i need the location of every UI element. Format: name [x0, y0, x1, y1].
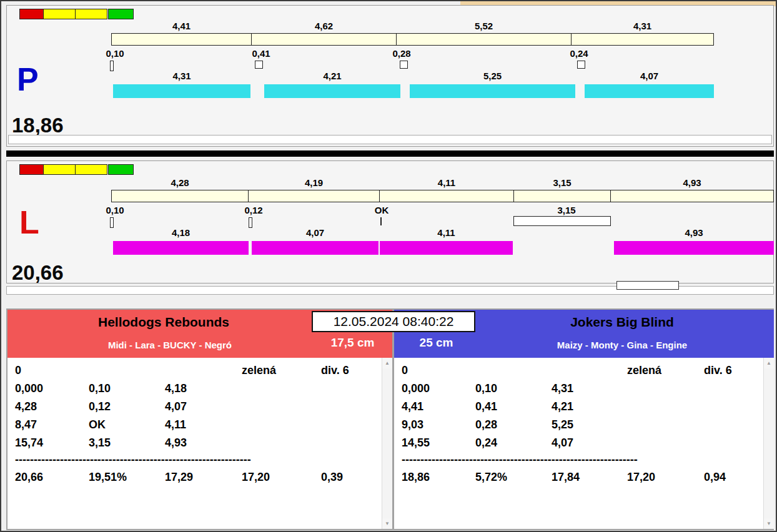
- lane-segment: 5,52: [396, 33, 572, 46]
- table-row: 14,55 0,24 4,07: [394, 434, 763, 452]
- lane-segment: 4,93: [610, 190, 774, 202]
- yellow-light-2: [75, 9, 107, 19]
- team-left-members: Midi - Lara - BUCKY - Negró: [7, 340, 332, 350]
- table-cell: 4,21: [552, 398, 627, 416]
- table-cell: 0: [15, 362, 89, 380]
- green-light: [108, 9, 134, 19]
- app-window: 4,41 4,62 5,52 4,31 0,10 0,41 0,28 0,24 …: [0, 0, 777, 532]
- table-cell: 0,10: [475, 380, 552, 398]
- table-cell: 0,39: [321, 468, 381, 487]
- scroll-up-button[interactable]: ▲: [764, 358, 774, 368]
- split-marker: [110, 217, 114, 228]
- run-time: 4,93: [614, 227, 774, 238]
- segment-time: 4,62: [252, 21, 396, 31]
- table-separator: ----------------------------------------…: [7, 452, 252, 468]
- run-time-bar: 4,18: [113, 241, 249, 255]
- totals-row: 20,66 19,51% 17,29 17,20 0,39: [7, 468, 381, 487]
- split-marker: [255, 61, 263, 69]
- table-cell: 5,72%: [475, 468, 552, 487]
- run-time-bar: 4,07: [252, 241, 379, 255]
- split-time: 3,15: [551, 205, 582, 215]
- split-time: 0,41: [245, 48, 277, 59]
- run-time-bar: 5,25: [410, 84, 575, 98]
- table-row: 4,41 0,41 4,21: [394, 398, 763, 416]
- table-cell: 15,74: [15, 434, 89, 452]
- table-cell: zelená: [627, 362, 704, 380]
- scroll-down-button[interactable]: ▼: [764, 518, 774, 529]
- scrollbar[interactable]: ▲ ▼: [763, 358, 774, 529]
- split-time: 0,24: [563, 48, 595, 59]
- scrollbar[interactable]: ▲ ▼: [382, 358, 392, 529]
- table-cell: 0,12: [89, 398, 165, 416]
- status-lights-p: [19, 9, 133, 19]
- red-light: [19, 164, 44, 175]
- table-cell: 20,66: [15, 468, 89, 487]
- segment-time: 4,28: [112, 177, 248, 188]
- run-time: 4,11: [380, 227, 513, 238]
- split-time: 0,10: [99, 205, 131, 215]
- table-cell: 0: [402, 362, 475, 380]
- segment-time: 5,52: [397, 21, 571, 31]
- table-cell: 4,31: [552, 380, 627, 398]
- table-cell: 17,20: [627, 468, 704, 487]
- panel-divider: [6, 150, 774, 157]
- lane-segment: 4,19: [248, 190, 380, 202]
- table-row: 8,47 OK 4,11: [7, 416, 381, 434]
- table-body: 0 zelená div. 6 0,000 0,10 4,31 4,41 0,4…: [394, 362, 763, 487]
- split-marker: [110, 61, 114, 71]
- team-right-members: Maizy - Monty - Gina - Engine: [472, 340, 772, 350]
- segment-time: 4,19: [249, 177, 379, 188]
- table-cell: 17,29: [165, 468, 242, 487]
- segment-time: 4,93: [611, 177, 773, 188]
- team-right-table: 0 zelená div. 6 0,000 0,10 4,31 4,41 0,4…: [394, 358, 774, 529]
- team-right-jump-height: 25 cm: [403, 336, 469, 350]
- panel-l-total: 20,66: [12, 261, 64, 285]
- table-row: 15,74 3,15 4,93: [7, 434, 381, 452]
- run-time-bar: 4,31: [113, 84, 250, 98]
- table-cell: 9,03: [402, 416, 475, 434]
- yellow-light-2: [75, 164, 107, 175]
- table-cell: 3,15: [89, 434, 165, 452]
- segment-time: 3,15: [514, 177, 610, 188]
- table-row: 4,28 0,12 4,07: [7, 398, 381, 416]
- green-light: [108, 164, 134, 175]
- table-cell: 17,20: [242, 468, 321, 487]
- table-cell: 18,86: [402, 468, 475, 487]
- scroll-up-button[interactable]: ▲: [382, 358, 392, 368]
- datetime-display: 12.05.2024 08:40:22: [312, 311, 475, 332]
- run-time: 4,07: [585, 71, 714, 81]
- lane-segment: 4,28: [111, 190, 249, 202]
- table-body: 0 zelená div. 6 0,000 0,10 4,18 4,28 0,1…: [7, 362, 381, 487]
- split-marker: [577, 61, 585, 69]
- panel-l-letter: L: [19, 206, 39, 239]
- split-marker: [249, 217, 252, 228]
- table-cell: 0,24: [475, 434, 552, 452]
- team-left-name: Hellodogs Rebounds: [7, 315, 320, 330]
- table-cell: 4,41: [402, 398, 475, 416]
- lane-segment: 4,62: [251, 33, 397, 46]
- table-cell: 0,94: [704, 468, 763, 487]
- split-time: 0,12: [238, 205, 269, 215]
- segment-time: 4,41: [112, 21, 251, 31]
- table-cell: 4,11: [165, 416, 242, 434]
- table-cell: 5,25: [552, 416, 627, 434]
- split-time: 0,28: [386, 48, 417, 59]
- team-left-table: 0 zelená div. 6 0,000 0,10 4,18 4,28 0,1…: [7, 358, 392, 529]
- scroll-down-button[interactable]: ▼: [382, 518, 392, 529]
- run-time-bar: 4,93: [614, 241, 774, 255]
- table-cell: div. 6: [321, 362, 381, 380]
- table-cell: 4,07: [552, 434, 627, 452]
- segment-time: 4,11: [380, 177, 513, 188]
- split-ok-label: OK: [366, 205, 397, 215]
- yellow-light-1: [43, 9, 76, 19]
- team-right-name: Jokers Big Blind: [472, 315, 772, 330]
- table-cell: 14,55: [402, 434, 475, 452]
- table-cell: 0,28: [475, 416, 552, 434]
- team-left-jump-height: 17,5 cm: [317, 336, 388, 350]
- table-cell: 0,000: [15, 380, 89, 398]
- segment-time: 4,31: [572, 21, 713, 31]
- panel-l: 4,28 4,19 4,11 3,15 4,93 0,10 0,12 OK 3,…: [6, 160, 774, 283]
- panel-p-total: 18,86: [12, 114, 64, 137]
- panel-p-letter: P: [17, 63, 39, 96]
- run-time-bar: 4,21: [264, 84, 400, 98]
